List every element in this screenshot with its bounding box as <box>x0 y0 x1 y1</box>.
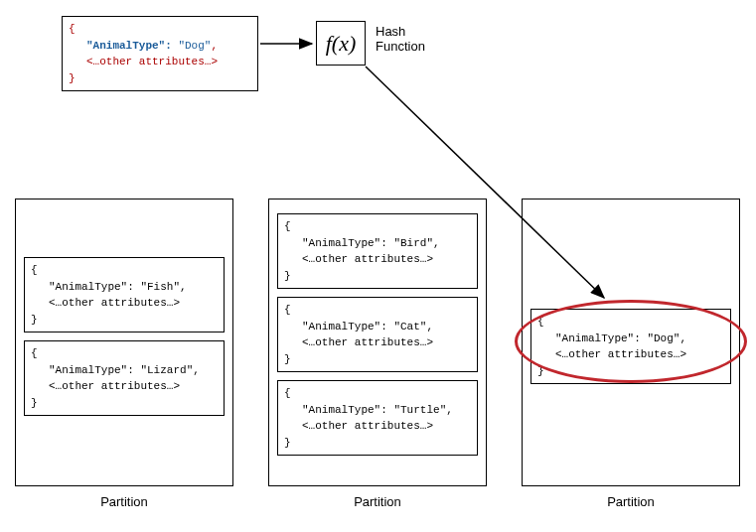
input-value: "Dog" <box>178 40 211 52</box>
brace-close: } <box>69 70 251 87</box>
hash-symbol: f(x) <box>326 31 357 57</box>
record-bird: { "AnimalType": "Bird", <…other attribut… <box>277 213 478 289</box>
record-turtle: { "AnimalType": "Turtle", <…other attrib… <box>277 380 478 456</box>
record-fish: { "AnimalType": "Fish", <…other attribut… <box>24 257 225 332</box>
record-cat: { "AnimalType": "Cat", <…other attribute… <box>277 297 478 372</box>
partition-3-label: Partition <box>522 494 740 509</box>
brace-open: { <box>69 21 251 38</box>
record-lizard: { "AnimalType": "Lizard", <…other attrib… <box>24 340 225 416</box>
record-dog: { "AnimalType": "Dog", <…other attribute… <box>530 309 731 384</box>
partition-1-label: Partition <box>15 494 233 509</box>
input-record: { "AnimalType": "Dog", <…other attribute… <box>62 16 258 91</box>
hash-function-label: Hash Function <box>376 24 425 54</box>
partition-2-label: Partition <box>268 494 487 509</box>
input-other: <…other attributes…> <box>86 56 218 67</box>
input-key: "AnimalType" <box>86 40 165 52</box>
partition-3: { "AnimalType": "Dog", <…other attribute… <box>522 199 740 486</box>
partition-2: { "AnimalType": "Bird", <…other attribut… <box>268 199 487 486</box>
partition-1: { "AnimalType": "Fish", <…other attribut… <box>15 199 233 486</box>
hash-function-box: f(x) <box>316 21 366 66</box>
